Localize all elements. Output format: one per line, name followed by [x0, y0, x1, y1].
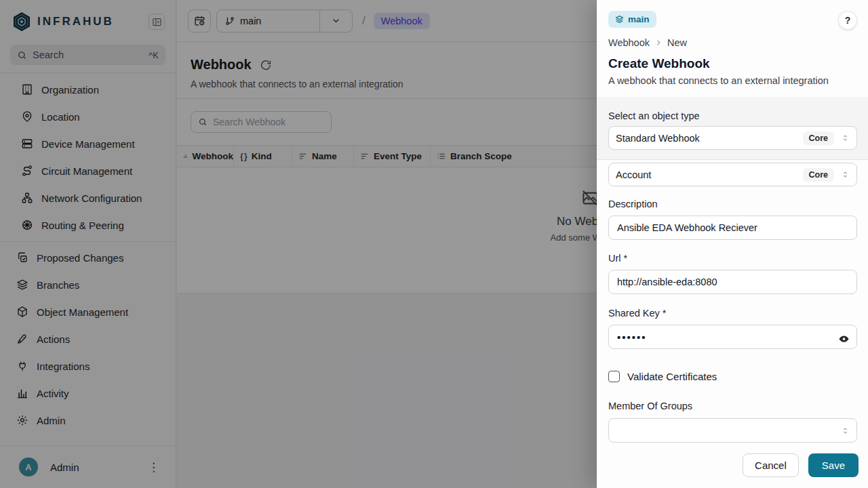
object-type-label: Select an object type: [608, 110, 857, 121]
drawer-form: Account Core Description Url * Shared Ke…: [597, 160, 868, 453]
create-webhook-drawer: main ? Webhook New Create Webhook A webh…: [597, 0, 868, 488]
core-badge: Core: [803, 131, 834, 145]
member-of-groups-label: Member Of Groups: [608, 401, 857, 411]
drawer-subtitle: A webhook that connects to an external i…: [608, 75, 857, 86]
layers-icon: [615, 15, 624, 24]
validate-certificates-checkbox[interactable]: [608, 371, 620, 382]
object-type-select[interactable]: Standard Webhook Core: [608, 126, 857, 150]
chevrons-up-down-icon: [841, 426, 850, 435]
object-type-section: Select an object type Standard Webhook C…: [597, 97, 868, 160]
description-field[interactable]: [608, 216, 857, 240]
account-value: Account: [616, 169, 803, 180]
validate-certificates-row[interactable]: Validate Certificates: [608, 371, 857, 382]
description-label: Description: [608, 199, 857, 209]
url-field[interactable]: [608, 270, 857, 294]
chevrons-up-down-icon: [841, 170, 850, 179]
branch-badge: main: [608, 11, 656, 28]
core-badge: Core: [803, 168, 834, 182]
drawer-footer: Cancel Save: [597, 453, 868, 488]
drawer-header: main ? Webhook New Create Webhook A webh…: [597, 0, 868, 97]
member-of-groups-select[interactable]: [608, 418, 857, 443]
url-label: Url *: [608, 253, 857, 264]
save-button[interactable]: Save: [808, 453, 859, 477]
shared-key-field[interactable]: [608, 325, 857, 349]
drawer-breadcrumb: Webhook New: [608, 37, 857, 48]
help-button[interactable]: ?: [838, 11, 857, 30]
account-select[interactable]: Account Core: [608, 163, 857, 186]
shared-key-wrap: [608, 325, 857, 349]
toggle-password-visibility-button[interactable]: [838, 333, 850, 345]
eye-icon: [838, 333, 850, 345]
object-type-value: Standard Webhook: [616, 133, 803, 144]
breadcrumb-item: New: [667, 37, 687, 48]
chevrons-up-down-icon: [841, 134, 850, 142]
branch-badge-label: main: [628, 14, 650, 24]
chevron-right-icon: [654, 39, 663, 47]
shared-key-label: Shared Key *: [608, 308, 857, 319]
cancel-button[interactable]: Cancel: [743, 453, 799, 477]
validate-certificates-label: Validate Certificates: [627, 371, 717, 382]
breadcrumb-item[interactable]: Webhook: [608, 37, 650, 48]
drawer-title: Create Webhook: [608, 56, 857, 71]
